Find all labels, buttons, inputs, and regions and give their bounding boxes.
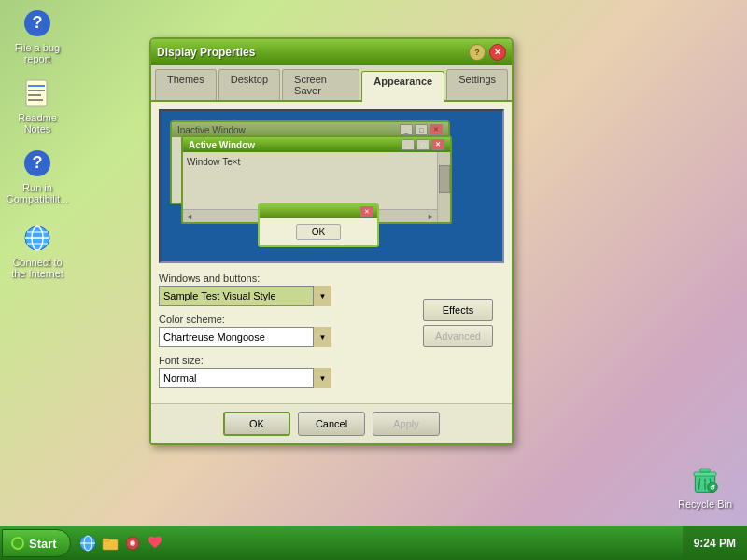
desktop-icon-file-bug[interactable]: ? File a bug report [5, 5, 70, 68]
cancel-button[interactable]: Cancel [298, 412, 365, 436]
file-bug-icon: ? [22, 8, 52, 38]
preview-close: ✕ [430, 124, 443, 135]
readme-icon [22, 78, 52, 108]
svg-rect-16 [700, 469, 711, 472]
side-buttons: Effects Advanced [423, 299, 493, 347]
preview-msgbox-body: OK [260, 218, 377, 245]
preview-minimize: _ [400, 124, 413, 135]
tab-screen-saver[interactable]: Screen Saver [282, 69, 359, 100]
dialog-titlebar: Display Properties ? ✕ [151, 39, 512, 65]
svg-rect-2 [26, 80, 47, 106]
preview-window-text: Window Te×t [187, 157, 240, 167]
font-size-select[interactable]: Normal [159, 368, 331, 388]
dialog-title: Display Properties [157, 46, 467, 59]
time-display: 9:24 PM [694, 537, 736, 550]
font-size-row: Font size: Normal ▼ [159, 355, 504, 388]
tab-themes[interactable]: Themes [155, 69, 217, 100]
svg-text:↺: ↺ [710, 484, 715, 491]
preview-active-title-text: Active Window [189, 140, 255, 150]
svg-rect-15 [694, 472, 716, 476]
desktop-icon-internet[interactable]: Connect to the Internet [5, 219, 70, 283]
preview-msgbox-close: ✕ [360, 206, 374, 217]
font-size-label: Font size: [159, 355, 504, 366]
windows-buttons-label: Windows and buttons: [159, 273, 504, 284]
preview-active-body: Window Te×t ✕ OK [183, 152, 450, 222]
recycle-bin-label: Recycle Bin [678, 498, 732, 510]
desktop-icon-recycle-bin[interactable]: ↺ Recycle Bin [672, 461, 738, 513]
start-button[interactable]: Start [2, 529, 71, 557]
color-scheme-select-wrapper: Chartreuse Mongoose ▼ [159, 327, 331, 347]
preview-area: Inactive Window _ □ ✕ Active Window _ □ [159, 109, 504, 263]
dialog-content: Inactive Window _ □ ✕ Active Window _ □ [151, 102, 512, 403]
internet-icon [22, 223, 52, 253]
preview-close2: ✕ [431, 139, 444, 150]
preview-min2: _ [402, 139, 415, 150]
dialog-buttons: OK Cancel Apply [151, 403, 512, 443]
svg-rect-28 [103, 539, 109, 541]
start-label: Start [29, 537, 57, 551]
preview-inactive-title-text: Inactive Window [177, 125, 246, 135]
svg-text:?: ? [33, 13, 43, 32]
tab-settings[interactable]: Settings [446, 69, 508, 100]
svg-rect-3 [28, 85, 45, 87]
tab-appearance[interactable]: Appearance [361, 71, 444, 102]
effects-button[interactable]: Effects [423, 299, 493, 321]
taskbar-quick-launch [78, 534, 164, 553]
tab-desktop[interactable]: Desktop [218, 69, 280, 100]
ok-button[interactable]: OK [223, 412, 290, 436]
preview-ok-button[interactable]: OK [296, 224, 341, 240]
internet-label: Connect to the Internet [8, 257, 66, 279]
title-buttons: ? ✕ [467, 44, 506, 61]
desktop-icon-compatibility[interactable]: ? Run in Compatibilit... [5, 145, 70, 208]
font-size-select-wrapper: Normal ▼ [159, 368, 331, 388]
scrollbar-thumb [439, 165, 450, 193]
close-button[interactable]: ✕ [489, 44, 506, 61]
preview-msgbox-title-text [263, 207, 266, 217]
preview-scrollbar [437, 152, 450, 222]
advanced-button[interactable]: Advanced [423, 325, 493, 347]
svg-rect-4 [28, 90, 45, 91]
compatibility-icon: ? [22, 148, 52, 178]
readme-label: Readme Notes [8, 112, 66, 134]
preview-active-window: Active Window _ □ ✕ Window Te×t ✕ [181, 135, 452, 224]
svg-text:?: ? [33, 153, 43, 172]
recycle-bin-icon: ↺ [690, 465, 720, 495]
preview-msgbox: ✕ OK [258, 203, 379, 247]
preview-max2: □ [416, 139, 430, 150]
taskbar-icon-folder[interactable] [101, 534, 120, 553]
windows-buttons-select[interactable]: Sample Test Visual Style [159, 286, 331, 306]
svg-point-23 [13, 539, 22, 548]
color-scheme-select[interactable]: Chartreuse Mongoose [159, 327, 331, 347]
compatibility-label: Run in Compatibilit... [7, 182, 69, 204]
help-button[interactable]: ? [469, 44, 486, 61]
svg-rect-5 [28, 94, 41, 96]
apply-button[interactable]: Apply [373, 412, 440, 436]
preview-msgbox-titlebar: ✕ [260, 205, 377, 218]
desktop-icon-readme[interactable]: Readme Notes [5, 75, 70, 138]
start-icon [10, 536, 25, 551]
file-bug-label: File a bug report [8, 42, 66, 64]
taskbar-icon-media[interactable] [123, 534, 142, 553]
form-area: Windows and buttons: Sample Test Visual … [159, 273, 504, 388]
taskbar-clock[interactable]: 9:24 PM [683, 526, 747, 560]
tab-bar: Themes Desktop Screen Saver Appearance S… [151, 65, 512, 102]
display-properties-dialog: Display Properties ? ✕ Themes Desktop Sc… [149, 37, 514, 445]
svg-rect-6 [28, 99, 43, 101]
preview-maximize: □ [415, 124, 428, 135]
taskbar-icon-heart[interactable] [146, 534, 164, 553]
windows-buttons-select-wrapper: Sample Test Visual Style ▼ [159, 286, 331, 306]
preview-active-titlebar: Active Window _ □ ✕ [183, 137, 450, 152]
taskbar-icon-ie[interactable] [78, 534, 97, 553]
taskbar: Start [0, 526, 747, 560]
